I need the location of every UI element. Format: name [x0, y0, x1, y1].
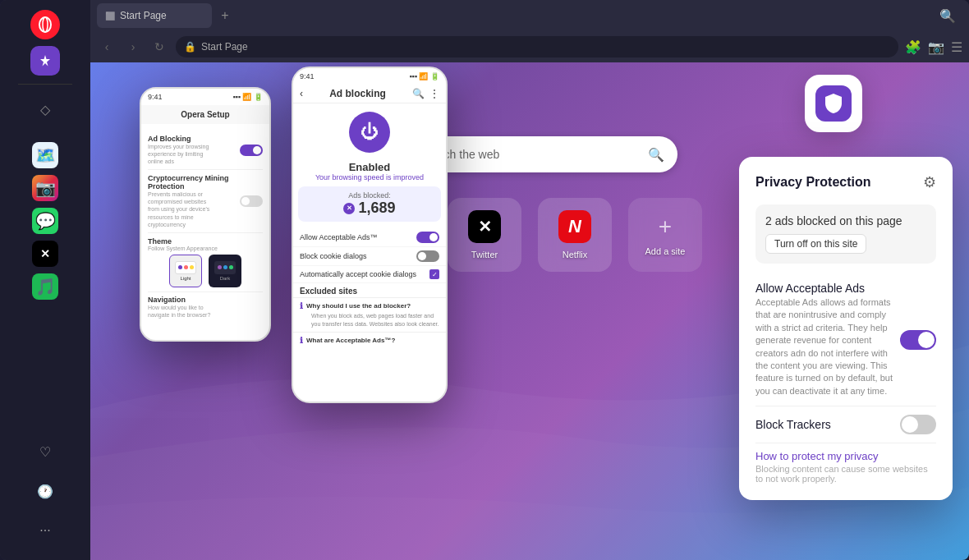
dial-add-label: Add a site: [645, 246, 686, 256]
phone2-faq-2: ℹ What are Acceptable Ads™?: [293, 332, 446, 348]
turn-off-button[interactable]: Turn off on this site: [765, 234, 866, 254]
reload-button[interactable]: ↻: [149, 37, 169, 57]
sidebar-item-instagram[interactable]: 📷: [32, 175, 58, 201]
phone2-block-cookie-toggle[interactable]: [416, 250, 439, 262]
phone1-nav-label: Navigation: [148, 296, 263, 304]
popup-title: Privacy Protection: [755, 175, 871, 190]
phone2-more-icon[interactable]: ⋮: [429, 88, 439, 99]
allow-ads-toggle-knob: [918, 332, 935, 348]
phone1-crypto-mining: Cryptocurrency Mining Protection Prevent…: [148, 170, 263, 232]
phone1-light-theme[interactable]: Light: [169, 255, 202, 287]
nav-right-icons: 🧩 📷 ☰: [905, 39, 962, 55]
ai-button[interactable]: [30, 46, 60, 76]
dial-twitter[interactable]: ✕ Twitter: [448, 198, 521, 272]
phone1-crypto-toggle[interactable]: [240, 195, 263, 207]
address-text: Start Page: [201, 41, 248, 53]
phone2-faq-icon2: ℹ: [300, 336, 303, 345]
phone2-ads-count: ✕ 1,689: [343, 200, 395, 217]
phone2-block-cookie-label: Block cookie dialogs: [300, 252, 367, 260]
allow-ads-info: Allow Acceptable Ads Acceptable Ads allo…: [755, 282, 895, 397]
browser-window: ◇ 🗺️ 📷 💬 ✕ 🎵 ♡ 🕐 ··· ⬜ Start Page + 🔍 ‹ …: [0, 0, 969, 560]
phone2-ads-box: Ads blocked: ✕ 1,689: [298, 186, 441, 222]
phone2-allow-ads-row: Allow Acceptable Ads™: [293, 228, 446, 247]
dial-netflix[interactable]: N Netflix: [538, 198, 612, 272]
nav-bar: ‹ › ↻ 🔒 Start Page 🧩 📷 ☰: [90, 31, 969, 62]
phone1-dark-theme[interactable]: Dark: [209, 255, 241, 287]
phone-mockup-2: 9:41 ▪▪▪ 📶 🔋 ‹ Ad blocking 🔍 ⋮ ⏻ Enabled…: [292, 67, 448, 403]
search-placeholder: Search the web: [420, 148, 640, 161]
phone1-theme-sub: Follow System Appearance: [148, 246, 263, 251]
phone2-allow-ads-toggle[interactable]: [416, 232, 439, 243]
phone1-status-bar: 9:41 ▪▪▪ 📶 🔋: [141, 89, 269, 105]
phone2-accept-cookie-label: Automatically accept cookie dialogs: [300, 270, 416, 278]
block-trackers-toggle[interactable]: [900, 415, 936, 434]
sidebar-diamond-icon[interactable]: ◇: [30, 94, 60, 124]
popup-header: Privacy Protection ⚙: [755, 173, 936, 191]
tab-bar: ⬜ Start Page + 🔍: [90, 0, 969, 31]
phone2-block-cookie-row: Block cookie dialogs: [293, 247, 446, 266]
phone1-light-label: Light: [180, 276, 191, 281]
phone1-nav-desc: How would you like to navigate in the br…: [148, 304, 214, 319]
phone1-theme-label: Theme: [148, 237, 263, 246]
phone1-title: Opera Setup: [141, 105, 269, 124]
phone2-time: 9:41: [300, 72, 315, 80]
phone2-status: Enabled: [293, 161, 446, 173]
tab-title: Start Page: [120, 10, 167, 21]
phone1-dark-label: Dark: [220, 276, 231, 281]
settings-icon[interactable]: ⚙: [923, 173, 936, 191]
active-tab[interactable]: ⬜ Start Page: [97, 3, 212, 28]
phone2-title: Ad blocking: [308, 88, 407, 99]
search-submit-icon[interactable]: 🔍: [648, 147, 664, 163]
menu-icon[interactable]: ☰: [951, 39, 962, 55]
sidebar-top: ◇: [0, 0, 90, 135]
phone2-accept-cookie-row: Automatically accept cookie dialogs ✓: [293, 266, 446, 283]
opera-logo-icon[interactable]: [30, 10, 60, 39]
shield-badge[interactable]: [805, 75, 862, 132]
phone1-ad-blocking-desc: Improves your browsing experience by lim…: [148, 143, 214, 165]
phone2-signals: ▪▪▪ 📶 🔋: [409, 72, 439, 80]
search-icon[interactable]: 🔍: [939, 8, 956, 24]
block-trackers-label: Block Trackers: [755, 418, 831, 431]
how-to-link[interactable]: How to protect my privacy: [755, 450, 936, 462]
phone2-faq-q1[interactable]: ℹ Why should I use the ad blocker?: [300, 301, 439, 310]
extensions-icon[interactable]: 🧩: [905, 39, 921, 55]
phone2-faq-1: ℹ Why should I use the ad blocker? When …: [293, 297, 446, 332]
sidebar-item-spotify[interactable]: 🎵: [32, 273, 58, 300]
dial-add-site[interactable]: + Add a site: [628, 198, 702, 272]
phone2-nav: ‹ Ad blocking 🔍 ⋮: [293, 85, 446, 103]
sidebar-item-whatsapp[interactable]: 💬: [32, 208, 58, 234]
allow-ads-row: Allow Acceptable Ads Acceptable Ads allo…: [755, 273, 936, 406]
phone1-theme-section: Theme Follow System Appearance Light: [148, 233, 263, 292]
phone2-faq-q2[interactable]: ℹ What are Acceptable Ads™?: [300, 336, 439, 345]
sidebar-item-maps[interactable]: 🗺️: [32, 142, 58, 168]
camera-icon[interactable]: 📷: [928, 39, 944, 55]
more-icon[interactable]: ···: [30, 516, 60, 545]
phone2-accept-cookie-checkbox[interactable]: ✓: [429, 269, 439, 279]
phone1-ad-blocking-label: Ad Blocking: [148, 135, 214, 143]
history-icon[interactable]: 🕐: [30, 476, 60, 506]
phone2-search-icon[interactable]: 🔍: [412, 88, 425, 99]
forward-button[interactable]: ›: [123, 37, 143, 57]
dial-twitter-label: Twitter: [471, 250, 498, 259]
phone1-ad-blocking-toggle[interactable]: [240, 145, 263, 156]
phone2-allow-ads-label: Allow Acceptable Ads™: [300, 233, 378, 241]
allow-ads-toggle[interactable]: [900, 330, 936, 350]
phone1-navigation-section: Navigation How would you like to navigat…: [148, 292, 263, 322]
address-bar[interactable]: 🔒 Start Page: [176, 36, 898, 57]
sidebar-bottom: ♡ 🕐 ···: [30, 435, 60, 560]
sidebar-item-twitter[interactable]: ✕: [32, 241, 58, 267]
netflix-icon: N: [558, 210, 591, 243]
svg-point-1: [43, 17, 48, 32]
phone2-count-text: 1,689: [358, 200, 395, 217]
shield-icon: [815, 85, 852, 122]
new-tab-button[interactable]: +: [215, 6, 235, 25]
phone2-ads-label: Ads blocked:: [348, 191, 391, 200]
phone2-power-icon[interactable]: ⏻: [349, 112, 390, 153]
dial-netflix-label: Netflix: [563, 250, 588, 259]
phone2-back-icon[interactable]: ‹: [300, 88, 303, 99]
favorites-icon[interactable]: ♡: [30, 437, 60, 466]
back-button[interactable]: ‹: [97, 37, 117, 57]
allow-ads-label: Allow Acceptable Ads: [755, 282, 895, 295]
lock-icon: 🔒: [184, 41, 196, 53]
ads-blocked-text: 2 ads blocked on this page: [765, 214, 926, 227]
